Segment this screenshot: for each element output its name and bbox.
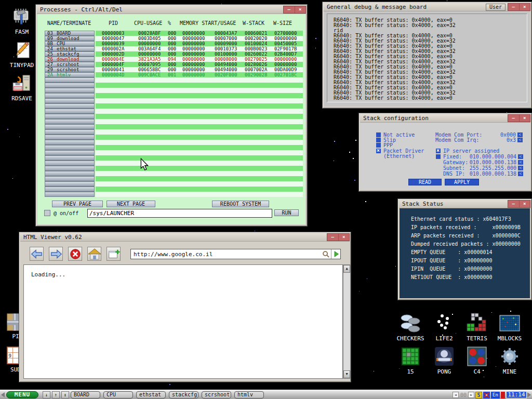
taskbar-window-button[interactable]: stackcfg	[169, 391, 198, 398]
processes-titlebar[interactable]: Processes - Ctrl/Alt/Del	[37, 6, 306, 14]
close-button[interactable]: ×	[520, 115, 530, 122]
desktop-icon-mblocks[interactable]: MBLOCKS	[493, 313, 526, 342]
process-slot-button[interactable]	[45, 109, 95, 114]
ip-field-checkbox[interactable]	[436, 154, 441, 159]
value-change-button[interactable]: <	[518, 154, 523, 159]
taskbar-window-button[interactable]: ethstat	[136, 391, 166, 398]
new-page-button[interactable]	[107, 247, 121, 261]
close-button[interactable]: ×	[520, 201, 530, 207]
process-terminate-button[interactable]: 24ethstat	[45, 46, 95, 51]
process-slot-button[interactable]	[45, 135, 95, 140]
taskbar-window-button[interactable]: BOARD	[71, 391, 100, 398]
apply-button[interactable]: APPLY	[445, 179, 479, 185]
desktop-icon-rdsave[interactable]: RDSAVE	[5, 74, 38, 102]
taskbar-window-button[interactable]: htmlv	[234, 391, 264, 398]
run-button[interactable]: RUN	[274, 209, 299, 216]
taskbar-collapse-right-icon[interactable]	[527, 392, 531, 397]
taskbar-window-button[interactable]: CPU	[103, 391, 133, 398]
desktop-icon-life2[interactable]: LIFE2	[428, 313, 461, 342]
read-button[interactable]: READ	[408, 179, 442, 185]
process-slot-button[interactable]	[45, 129, 95, 135]
back-button[interactable]	[30, 247, 44, 261]
prev-page-button[interactable]: PREV PAGE	[52, 201, 103, 207]
value-change-button[interactable]: <	[518, 171, 523, 176]
process-slot-button[interactable]	[45, 192, 95, 197]
reboot-system-button[interactable]: REBOOT SYSTEM	[212, 201, 269, 207]
process-slot-button[interactable]	[45, 171, 95, 176]
process-slot-button[interactable]	[45, 103, 95, 109]
process-slot-button[interactable]	[45, 181, 95, 187]
taskbar-clock[interactable]: 11:14	[506, 391, 527, 398]
html-viewer-titlebar[interactable]: HTML Viewer v0.62	[20, 233, 350, 242]
home-button[interactable]	[87, 247, 101, 261]
process-terminate-button[interactable]: 2Ahtmlv	[45, 72, 95, 77]
process-terminate-button[interactable]: 27scrshoot	[45, 62, 95, 67]
process-slot-button[interactable]	[45, 88, 95, 93]
process-slot-button[interactable]	[45, 114, 95, 119]
process-slot-button[interactable]	[45, 77, 95, 83]
close-button[interactable]: ×	[520, 4, 530, 10]
process-slot-button[interactable]	[45, 161, 95, 166]
process-slot-button[interactable]	[45, 98, 95, 103]
process-terminate-button[interactable]: 09download	[45, 36, 95, 41]
close-button[interactable]: ×	[339, 234, 350, 241]
url-input[interactable]	[131, 251, 321, 258]
go-button[interactable]	[331, 249, 340, 259]
taskbar-window-button[interactable]: scrshoot	[202, 391, 231, 398]
process-slot-button[interactable]	[45, 93, 95, 98]
vertical-scrollbar[interactable]: ▲ ▼	[343, 264, 351, 379]
desktop-icon-fasm[interactable]: FASM	[5, 7, 38, 35]
desktop-icon-mine[interactable]: MINE	[493, 346, 526, 375]
process-slot-button[interactable]	[45, 176, 95, 181]
forward-button[interactable]	[49, 247, 63, 261]
minimize-button[interactable]: –	[284, 6, 295, 13]
process-slot-button[interactable]	[45, 119, 95, 124]
minimize-button[interactable]: –	[508, 4, 520, 10]
desktop-icon-15[interactable]: 15	[394, 346, 427, 375]
value-change-button[interactable]: <	[517, 132, 523, 137]
option-checkbox[interactable]	[376, 132, 381, 137]
option-checkbox[interactable]	[376, 149, 381, 153]
desktop-icon-checkers[interactable]: CHECKERS	[394, 313, 427, 342]
value-change-button[interactable]: <	[517, 138, 523, 142]
process-terminate-button[interactable]: 03BOARD	[45, 31, 95, 36]
run-path-input[interactable]	[87, 209, 272, 218]
option-checkbox[interactable]	[376, 138, 381, 142]
value-change-button[interactable]: <	[518, 160, 523, 165]
process-slot-button[interactable]	[45, 140, 95, 145]
scroll-up-button[interactable]: ▲	[343, 265, 350, 273]
process-terminate-button[interactable]: 25stackcfg	[45, 51, 95, 57]
search-button[interactable]	[321, 250, 331, 258]
process-terminate-button[interactable]: 29scrshoot	[45, 67, 95, 72]
process-slot-button[interactable]	[45, 166, 95, 171]
desktop-icon-c4[interactable]: C4	[460, 346, 494, 375]
ip-assigned-checkbox[interactable]	[436, 149, 441, 153]
toggle-windows-button[interactable]: ↕	[61, 391, 69, 398]
process-slot-button[interactable]	[45, 150, 95, 155]
next-page-button[interactable]: NEXT PAGE	[107, 201, 155, 207]
taskbar-collapse-left-icon[interactable]	[1, 392, 5, 397]
desktop-icon-tinypad[interactable]: TINYPAD	[5, 41, 38, 69]
menu-button[interactable]: MENU	[6, 391, 38, 398]
scroll-down-button[interactable]: ▼	[343, 370, 350, 378]
value-change-button[interactable]: <	[518, 166, 523, 170]
desktop-icon-tetris[interactable]: TETRIS	[460, 313, 494, 342]
desktop-icon-pong[interactable]: PONG	[428, 346, 461, 375]
process-slot-button[interactable]	[45, 187, 95, 192]
minimize-all-button[interactable]: ↓	[43, 391, 50, 398]
process-slot-button[interactable]	[45, 145, 95, 150]
process-slot-button[interactable]	[45, 155, 95, 161]
restore-all-button[interactable]: ↑	[52, 391, 60, 398]
page-left-button[interactable]: ◄	[453, 392, 459, 398]
process-terminate-button[interactable]: 0BCPU	[45, 41, 95, 46]
page-right-button[interactable]: ►	[468, 392, 474, 398]
keyboard-layout-icon[interactable]	[483, 392, 490, 398]
autostart-checkbox[interactable]	[44, 210, 50, 216]
user-button[interactable]: User	[486, 4, 506, 11]
sound-badge[interactable]: S	[475, 392, 482, 398]
stack-config-titlebar[interactable]: Stack configuration	[360, 114, 530, 123]
minimize-button[interactable]: –	[508, 115, 520, 122]
stop-button[interactable]	[68, 247, 82, 261]
process-terminate-button[interactable]: 26download	[45, 57, 95, 62]
minimize-button[interactable]: –	[508, 201, 520, 207]
